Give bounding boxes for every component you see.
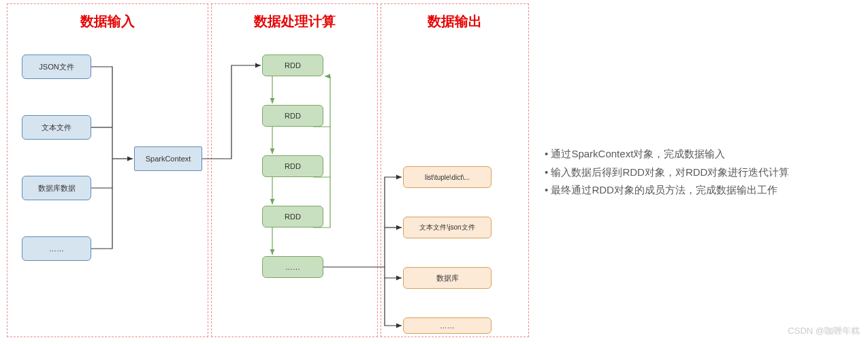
- rdd-1: RDD: [262, 105, 323, 127]
- rdd-more: ……: [262, 256, 323, 278]
- note-item: 通过SparkContext对象，完成数据输入: [545, 146, 789, 162]
- section-process-title: 数据处理计算: [212, 12, 377, 31]
- input-text: 文本文件: [22, 115, 91, 140]
- output-files: 文本文件\json文件: [403, 217, 492, 238]
- rdd-3: RDD: [262, 206, 323, 228]
- input-json: JSON文件: [22, 54, 91, 79]
- note-item: 最终通过RDD对象的成员方法，完成数据输出工作: [545, 183, 789, 198]
- section-output-title: 数据输出: [381, 12, 528, 31]
- rdd-0: RDD: [262, 54, 323, 76]
- input-more: ……: [22, 236, 91, 261]
- output-more: ……: [403, 317, 492, 334]
- spark-context: SparkContext: [134, 146, 202, 171]
- rdd-2: RDD: [262, 155, 323, 177]
- watermark: CSDN @咖喱年糕: [788, 325, 860, 337]
- input-db: 数据库数据: [22, 176, 91, 200]
- section-input-title: 数据输入: [7, 12, 208, 31]
- output-db: 数据库: [403, 267, 492, 289]
- note-item: 输入数据后得到RDD对象，对RDD对象进行迭代计算: [545, 165, 789, 181]
- diagram-container: 数据输入 数据处理计算 数据输出 JSON文件 文本文件 数据库数据 …… Sp…: [7, 3, 534, 337]
- notes-list: 通过SparkContext对象，完成数据输入 输入数据后得到RDD对象，对RD…: [545, 146, 789, 201]
- output-collections: list\tuple\dict\...: [403, 166, 492, 188]
